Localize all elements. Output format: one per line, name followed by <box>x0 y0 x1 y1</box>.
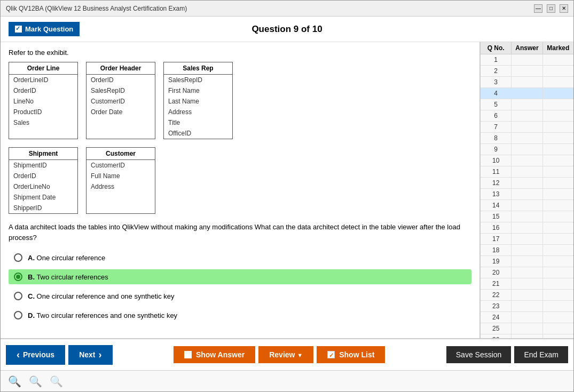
sidebar-row[interactable]: 22 <box>481 290 573 301</box>
sidebar-row[interactable]: 16 <box>481 222 573 234</box>
main-area: Refer to the exhibit. Order Line OrderLi… <box>1 42 573 338</box>
sidebar-row[interactable]: 6 <box>481 110 573 122</box>
sidebar-cell-num: 6 <box>481 110 512 121</box>
sidebar-row[interactable]: 19 <box>481 256 573 267</box>
tables-container-row2: Shipment ShipmentID OrderID OrderLineNo … <box>9 147 471 214</box>
option-b[interactable]: B. Two circular references <box>9 269 471 284</box>
sidebar-row[interactable]: 9 <box>481 144 573 155</box>
option-a[interactable]: A. One circular reference <box>9 250 471 265</box>
previous-button[interactable]: Previous <box>6 345 65 365</box>
mark-question-button[interactable]: Mark Question <box>9 22 80 36</box>
sidebar-cell-num: 13 <box>481 189 512 199</box>
sidebar-row[interactable]: 7 <box>481 122 573 133</box>
sidebar-cell-marked <box>543 99 573 110</box>
sidebar-cell-marked <box>543 234 573 244</box>
sidebar-cell-num: 12 <box>481 178 512 188</box>
minimize-button[interactable]: — <box>534 4 542 13</box>
sidebar-row[interactable]: 4 <box>481 88 573 99</box>
table-row: ShipperID <box>9 203 77 213</box>
sidebar-row[interactable]: 23 <box>481 301 573 312</box>
table-row: Last Name <box>164 96 232 107</box>
zoom-out-button[interactable]: 🔍 <box>48 374 65 389</box>
sidebar-cell-answer <box>512 256 542 267</box>
sidebar-row[interactable]: 2 <box>481 66 573 77</box>
sidebar-cell-marked <box>543 178 573 188</box>
sidebar-cell-num: 22 <box>481 290 512 300</box>
sidebar-row[interactable]: 14 <box>481 200 573 211</box>
sidebar-cell-answer <box>512 312 542 323</box>
sidebar-cell-num: 16 <box>481 222 512 233</box>
sidebar-row[interactable]: 10 <box>481 155 573 166</box>
sidebar-cell-marked <box>543 301 573 311</box>
zoom-in-button[interactable]: 🔍 <box>6 374 23 389</box>
close-button[interactable]: ✕ <box>560 4 568 13</box>
main-window: Qlik QV12BA (QlikView 12 Business Analys… <box>0 0 574 392</box>
sidebar-row[interactable]: 21 <box>481 278 573 290</box>
sidebar-cell-answer <box>512 54 542 65</box>
sidebar-cell-num: 2 <box>481 66 512 76</box>
sidebar-row[interactable]: 20 <box>481 267 573 278</box>
table-row: OrderID <box>9 85 77 96</box>
sidebar-cell-marked <box>543 166 573 177</box>
sidebar-cell-marked <box>543 122 573 132</box>
sidebar-row[interactable]: 17 <box>481 234 573 245</box>
sidebar-row[interactable]: 12 <box>481 178 573 189</box>
table-row: CustomerID <box>87 160 155 171</box>
sidebar-row[interactable]: 25 <box>481 323 573 334</box>
sidebar-cell-answer <box>512 200 542 211</box>
sidebar-row[interactable]: 15 <box>481 211 573 222</box>
sidebar-row[interactable]: 13 <box>481 189 573 200</box>
option-text-b: B. Two circular references <box>28 273 108 281</box>
sidebar-row[interactable]: 3 <box>481 77 573 88</box>
sidebar-col-qno: Q No. <box>481 42 512 54</box>
zoom-controls: 🔍 🔍 🔍 <box>6 374 65 389</box>
zoom-reset-button[interactable]: 🔍 <box>27 374 44 389</box>
sidebar-cell-num: 15 <box>481 211 512 222</box>
option-d[interactable]: D. Two circular references and one synth… <box>9 308 471 323</box>
sidebar-cell-num: 8 <box>481 133 512 143</box>
sidebar-cell-num: 23 <box>481 301 512 311</box>
sidebar-row[interactable]: 26 <box>481 334 573 338</box>
sidebar-row[interactable]: 8 <box>481 133 573 144</box>
end-exam-button[interactable]: End Exam <box>514 346 568 363</box>
option-radio-b <box>14 273 22 281</box>
sidebar-cell-marked <box>543 189 573 199</box>
sidebar-row[interactable]: 11 <box>481 166 573 178</box>
sidebar-cell-answer <box>512 99 542 110</box>
question-title: Question 9 of 10 <box>251 24 322 35</box>
sidebar-cell-answer <box>512 211 542 222</box>
sidebar-cell-marked <box>543 54 573 65</box>
sidebar-cell-answer <box>512 234 542 244</box>
action-buttons: Show Answer Review ▼ ✓ Show List <box>174 346 385 363</box>
option-text-c: C. One circular reference and one synthe… <box>28 292 175 300</box>
save-session-button[interactable]: Save Session <box>446 346 512 363</box>
mark-check-icon <box>15 26 22 33</box>
prev-arrow-icon <box>17 349 20 361</box>
table-row: ShipmentID <box>9 160 77 171</box>
maximize-button[interactable]: □ <box>547 4 555 13</box>
sidebar-cell-answer <box>512 77 542 87</box>
sidebar-row[interactable]: 24 <box>481 312 573 323</box>
show-list-label: Show List <box>339 350 374 359</box>
sidebar-row[interactable]: 1 <box>481 54 573 66</box>
sidebar-cell-answer <box>512 301 542 311</box>
sidebar-row[interactable]: 5 <box>481 99 573 110</box>
sidebar-cell-marked <box>543 133 573 143</box>
review-button[interactable]: Review ▼ <box>258 346 313 363</box>
show-answer-button[interactable]: Show Answer <box>174 346 255 363</box>
sidebar-cell-num: 18 <box>481 245 512 255</box>
option-c[interactable]: C. One circular reference and one synthe… <box>9 289 471 303</box>
sidebar-cell-num: 17 <box>481 234 512 244</box>
sidebar-cell-marked <box>543 312 573 323</box>
sidebar-rows-container: 1 2 3 4 5 6 7 8 <box>481 54 573 338</box>
sidebar-cell-marked <box>543 334 573 338</box>
sidebar-cell-num: 25 <box>481 323 512 334</box>
sidebar-row[interactable]: 18 <box>481 245 573 256</box>
previous-label: Previous <box>23 350 54 359</box>
show-list-button[interactable]: ✓ Show List <box>317 346 385 363</box>
title-bar: Qlik QV12BA (QlikView 12 Business Analys… <box>1 1 573 17</box>
sidebar-cell-answer <box>512 290 542 300</box>
next-button[interactable]: Next <box>68 345 112 365</box>
question-header: Mark Question Question 9 of 10 <box>1 17 573 42</box>
sidebar-cell-answer <box>512 189 542 199</box>
